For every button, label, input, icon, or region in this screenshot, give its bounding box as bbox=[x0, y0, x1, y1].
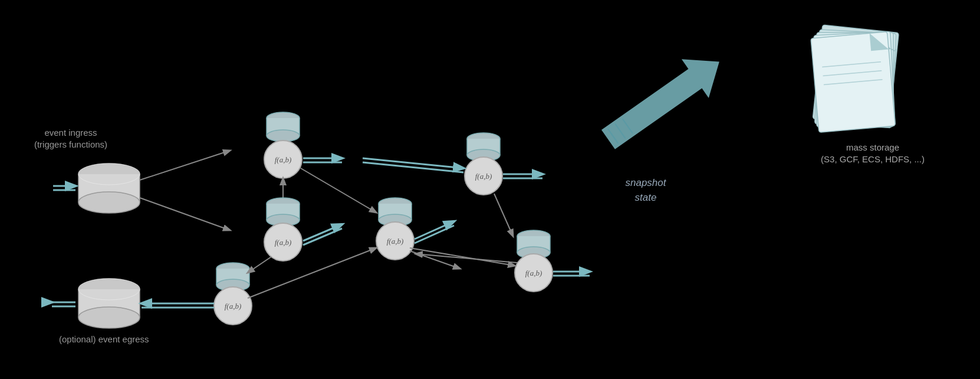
svg-text:(optional) event egress: (optional) event egress bbox=[59, 334, 149, 344]
svg-line-16 bbox=[140, 151, 230, 180]
svg-text:event ingress: event ingress bbox=[44, 128, 97, 138]
svg-marker-82 bbox=[595, 43, 733, 159]
svg-line-46 bbox=[248, 257, 271, 273]
svg-text:state: state bbox=[635, 192, 657, 203]
main-diagram: f(a,b) f(a,b) f(a,b) bbox=[0, 0, 980, 379]
diagram-container: f(a,b) f(a,b) f(a,b) bbox=[0, 0, 980, 379]
svg-text:(triggers functions): (triggers functions) bbox=[34, 139, 107, 149]
svg-text:f(a,b): f(a,b) bbox=[275, 155, 292, 164]
svg-text:mass storage: mass storage bbox=[846, 142, 899, 152]
svg-line-17 bbox=[140, 198, 230, 230]
svg-line-56 bbox=[415, 226, 454, 243]
svg-text:f(a,b): f(a,b) bbox=[525, 269, 542, 277]
svg-text:f(a,b): f(a,b) bbox=[475, 172, 492, 181]
svg-text:f(a,b): f(a,b) bbox=[387, 237, 404, 246]
svg-line-35 bbox=[303, 224, 342, 241]
svg-point-4 bbox=[78, 192, 140, 213]
svg-line-70 bbox=[494, 194, 513, 236]
svg-line-55 bbox=[415, 221, 454, 239]
svg-line-58 bbox=[248, 248, 376, 298]
svg-text:snapshot: snapshot bbox=[626, 177, 667, 188]
svg-line-54 bbox=[301, 168, 376, 213]
svg-text:(S3, GCF, ECS, HDFS, ...): (S3, GCF, ECS, HDFS, ...) bbox=[821, 154, 925, 164]
svg-text:f(a,b): f(a,b) bbox=[275, 238, 292, 247]
svg-line-36 bbox=[303, 228, 342, 245]
svg-text:f(a,b): f(a,b) bbox=[225, 302, 242, 311]
svg-point-12 bbox=[78, 307, 140, 328]
